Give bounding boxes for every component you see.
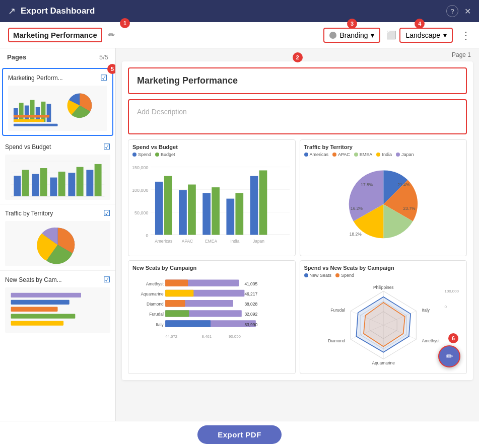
sidebar-item[interactable]: New Seats by Cam... ☑ [0, 271, 115, 337]
legend-item: Japan [396, 152, 414, 157]
svg-text:Amethyst: Amethyst [422, 338, 440, 343]
branding-chevron-icon: ▾ [371, 31, 374, 39]
badge-6: 6 [448, 333, 458, 343]
close-icon[interactable]: ✕ [464, 7, 471, 16]
legend-label: Japan [401, 152, 414, 157]
svg-rect-9 [14, 119, 44, 122]
page-canvas: 2 Marketing Performance Add Description … [122, 61, 473, 380]
traffic-by-territory-chart: Traffic by Territory Americas APAC EM [300, 139, 467, 256]
header-row: 1 Marketing Performance ✏ 3 Branding ▾ 4… [0, 22, 479, 48]
legend-label: New Seats [310, 273, 332, 278]
sidebar-item-title: Spend vs Budget [5, 143, 51, 151]
bottom-bar: Export PDF [0, 421, 479, 448]
svg-text:0: 0 [444, 305, 447, 309]
svg-text:Aquamarine: Aquamarine [141, 291, 164, 296]
svg-rect-65 [165, 289, 193, 296]
sidebar-thumb [8, 86, 107, 131]
svg-text:-8,461: -8,461 [200, 334, 212, 339]
branding-dot [329, 32, 336, 39]
svg-text:EMEA: EMEA [205, 239, 217, 244]
page-title-text: Marketing Performance [137, 76, 238, 86]
svg-rect-5 [41, 102, 46, 122]
help-icon[interactable]: ? [446, 5, 458, 17]
sidebar-thumb [5, 155, 110, 200]
svg-rect-30 [11, 321, 64, 325]
sidebar-check-icon: ☑ [103, 208, 110, 218]
export-pdf-button[interactable]: Export PDF [197, 425, 282, 444]
svg-text:Diamond: Diamond [147, 302, 164, 307]
svg-rect-41 [179, 190, 187, 235]
legend-label: Spend [138, 152, 151, 157]
description-section[interactable]: Add Description [128, 99, 467, 134]
svg-text:44,672: 44,672 [165, 334, 177, 339]
svg-rect-22 [77, 167, 84, 196]
description-placeholder: Add Description [137, 108, 187, 116]
sidebar-thumb [5, 221, 110, 266]
svg-rect-15 [14, 176, 21, 196]
svg-text:17.8%: 17.8% [361, 182, 373, 187]
svg-rect-47 [250, 176, 258, 235]
svg-text:Italy: Italy [156, 322, 164, 327]
edit-fab-button[interactable]: ✏ [438, 345, 460, 367]
new-seats-by-campaign-chart: New Seats by Campaign Amethyst 41,005 Aq… [128, 260, 296, 374]
legend-label: India [382, 152, 392, 157]
legend-item: APAC [332, 152, 350, 157]
legend-dot [354, 153, 358, 157]
svg-text:150,000: 150,000 [132, 165, 148, 170]
svg-rect-45 [226, 199, 234, 235]
badge-1: 1 [120, 18, 130, 28]
sidebar-item[interactable]: Spend vs Budget ☑ [0, 138, 115, 204]
badge-4: 4 [415, 19, 425, 29]
badge-5: 5 [107, 64, 116, 74]
legend-label: Budget [161, 152, 175, 157]
svg-rect-40 [164, 176, 172, 235]
chart-title: Spend vs New Seats by Campaign [304, 265, 463, 271]
svg-text:Americas: Americas [155, 239, 172, 244]
svg-rect-10 [14, 115, 49, 117]
sidebar-item-header: New Seats by Cam... ☑ [5, 275, 110, 284]
sidebar-item[interactable]: Traffic by Territory ☑ [0, 204, 115, 271]
spend-vs-new-seats-chart: Spend vs New Seats by Campaign New Seats… [300, 260, 467, 374]
landscape-chevron-icon: ▾ [443, 31, 447, 39]
legend-label: Spend [341, 273, 354, 278]
badge-2: 2 [293, 52, 303, 62]
svg-text:32,092: 32,092 [244, 312, 257, 317]
legend-dot [304, 153, 308, 157]
svg-rect-61 [165, 279, 188, 286]
edit-name-icon[interactable]: ✏ [108, 30, 115, 40]
legend-item: EMEA [354, 152, 373, 157]
svg-rect-1 [19, 103, 24, 122]
legend-label: APAC [338, 152, 350, 157]
chart-legend: Americas APAC EMEA India [304, 152, 463, 157]
landscape-label: Landscape [405, 31, 440, 39]
svg-rect-29 [11, 314, 76, 319]
svg-text:16.2%: 16.2% [351, 206, 363, 211]
chart-title: Spend vs Budget [132, 144, 291, 150]
svg-text:23.7%: 23.7% [403, 206, 415, 211]
svg-rect-17 [32, 174, 39, 196]
svg-text:100,000: 100,000 [132, 188, 148, 193]
dashboard-name: Marketing Performance [8, 28, 102, 42]
svg-rect-48 [259, 170, 267, 235]
svg-rect-39 [155, 182, 163, 235]
branding-button[interactable]: Branding ▾ [323, 28, 380, 43]
svg-rect-16 [22, 170, 29, 196]
svg-rect-69 [165, 300, 185, 307]
legend-label: Americas [310, 152, 329, 157]
landscape-button[interactable]: Landscape ▾ [399, 28, 453, 43]
svg-text:APAC: APAC [182, 239, 193, 244]
svg-rect-24 [95, 164, 102, 196]
legend-item: Spend [335, 273, 354, 278]
legend-item: Americas [304, 152, 329, 157]
sidebar-item[interactable]: 5 Marketing Perform... ☑ [2, 68, 113, 136]
svg-text:50,000: 50,000 [134, 210, 148, 215]
legend-dot [376, 153, 380, 157]
chart-title: Traffic by Territory [304, 144, 463, 150]
more-options-button[interactable]: ⋮ [461, 29, 471, 41]
sidebar-item-title: Traffic by Territory [5, 210, 53, 217]
branding-label: Branding [339, 31, 368, 39]
charts-grid: Spend vs Budget Spend Budget 150 [128, 139, 467, 374]
svg-rect-19 [50, 178, 57, 196]
svg-rect-3 [30, 100, 35, 122]
svg-rect-73 [165, 310, 189, 317]
